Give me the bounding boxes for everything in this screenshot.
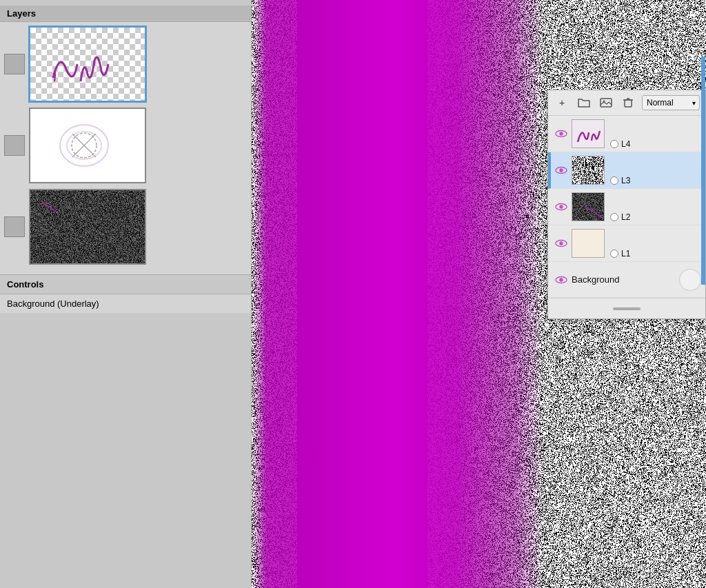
- eye-icon-bg: [555, 276, 567, 284]
- visibility-toggle-l4[interactable]: [555, 128, 567, 140]
- svg-rect-7: [625, 100, 632, 107]
- visibility-toggle-bg[interactable]: [555, 274, 567, 286]
- thumb-content-2: [30, 109, 145, 182]
- right-layer-item-l1[interactable]: L1: [548, 225, 705, 262]
- svg-point-13: [559, 168, 563, 172]
- layer-name-l2: L2: [621, 212, 630, 222]
- thumb-content-3: [30, 190, 145, 263]
- visibility-toggle-l1[interactable]: [555, 237, 567, 250]
- layer-thumb-l3: [572, 156, 605, 185]
- svg-point-19: [559, 278, 563, 281]
- layer-name-l1: L1: [621, 249, 630, 258]
- list-item[interactable]: [4, 26, 247, 102]
- visibility-toggle-l2[interactable]: [555, 201, 567, 213]
- add-folder-button[interactable]: [576, 94, 592, 111]
- list-item[interactable]: [4, 108, 247, 183]
- thumb-content-1: [30, 28, 145, 101]
- add-image-button[interactable]: [598, 94, 614, 111]
- selection-indicator: [701, 116, 705, 285]
- image-icon: [600, 97, 612, 108]
- right-layers-panel: + Normal Multiply Screen: [547, 90, 706, 319]
- right-panel-footer: [548, 298, 705, 318]
- layer-side-col-1: [4, 54, 25, 74]
- layer-list: [0, 22, 251, 269]
- layer-side-col-3: [4, 216, 25, 237]
- layer-radio-l1[interactable]: [610, 250, 618, 258]
- background-section: Background (Underlay): [0, 294, 251, 313]
- layer-name-l4: L4: [621, 139, 630, 149]
- layer-name-l3: L3: [621, 176, 630, 185]
- layer-thumb-l4: [572, 119, 605, 148]
- right-layer-item-bg[interactable]: Background: [548, 262, 705, 298]
- controls-section: Controls: [0, 274, 251, 294]
- svg-point-11: [559, 132, 563, 135]
- visibility-toggle-l3[interactable]: [555, 164, 567, 176]
- l2-dark-thumb: [572, 193, 605, 221]
- right-layer-item-l2[interactable]: L2: [548, 189, 705, 225]
- layer-name-bg: Background: [572, 274, 675, 285]
- layer-thumb-l1: [572, 229, 605, 258]
- bg-circle-indicator: [679, 269, 701, 291]
- l3-noise-thumb: [572, 156, 605, 185]
- svg-point-17: [559, 241, 563, 245]
- layers-header: Layers: [0, 6, 251, 22]
- eye-icon-l2: [555, 203, 567, 211]
- layer-radio-l3[interactable]: [610, 176, 618, 185]
- svg-point-15: [559, 205, 563, 208]
- layer-thumb-2[interactable]: [29, 108, 146, 183]
- layer-radio-l2[interactable]: [610, 213, 618, 221]
- eye-icon-l1: [555, 239, 567, 247]
- layer-radio-l4[interactable]: [610, 140, 618, 148]
- folder-icon: [578, 97, 590, 108]
- left-panel: Layers: [0, 0, 252, 588]
- list-item[interactable]: [4, 189, 247, 265]
- add-layer-button[interactable]: +: [554, 94, 570, 111]
- layer-thumb-3[interactable]: [29, 189, 146, 265]
- right-layer-item-l3[interactable]: L3: [548, 152, 705, 189]
- right-panel-toolbar: + Normal Multiply Screen: [548, 90, 705, 116]
- right-layer-item-l4[interactable]: L4: [548, 116, 705, 152]
- blend-mode-wrapper[interactable]: Normal Multiply Screen Overlay: [642, 95, 700, 110]
- layer-thumb-l2: [572, 192, 605, 221]
- thumb-noise-canvas: [29, 189, 146, 265]
- eye-icon-l3: [555, 166, 567, 174]
- l4-thumb-svg: [572, 120, 604, 148]
- right-layer-list: L4 L3: [548, 116, 705, 298]
- brushstroke-svg: [39, 37, 136, 92]
- layers-panel: Layers: [0, 6, 251, 313]
- scroll-indicator: [613, 307, 641, 310]
- delete-layer-button[interactable]: [620, 94, 636, 111]
- swirl-svg: [46, 114, 129, 176]
- eye-icon-l4: [555, 130, 567, 138]
- layer-thumb-1[interactable]: [29, 26, 146, 102]
- title-bar: [0, 0, 251, 6]
- trash-icon: [623, 97, 634, 108]
- layer-side-col-2: [4, 135, 25, 156]
- blend-mode-select[interactable]: Normal Multiply Screen Overlay: [642, 95, 700, 110]
